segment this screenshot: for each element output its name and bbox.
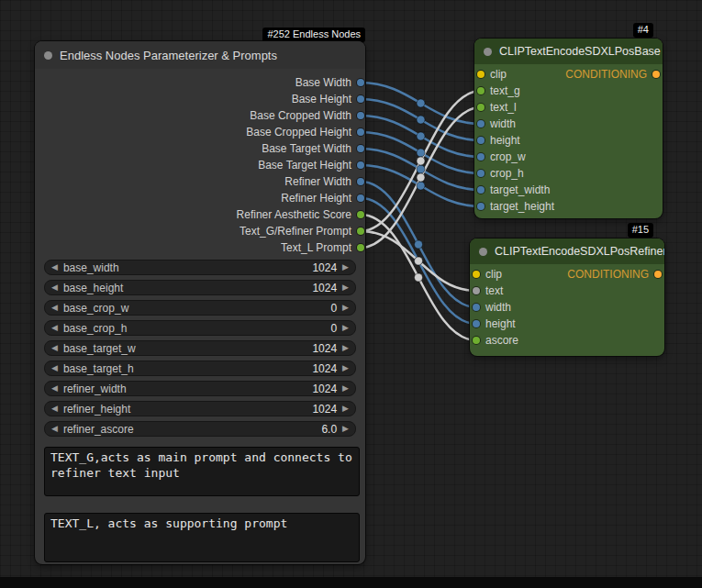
input-dot-number[interactable] [477,203,485,210]
widget-value[interactable]: 0 [330,322,337,335]
input-dot-float[interactable] [473,337,480,344]
widget-refiner-height[interactable]: ◀refiner_height1024▶ [44,401,356,416]
input-dot-number[interactable] [473,320,480,327]
increment-arrow-icon[interactable]: ▶ [342,344,349,352]
output-slot-base-cropped-width[interactable]: Base Cropped Width [250,107,364,124]
input-dot-clip[interactable] [473,271,480,278]
output-slot-base-target-width[interactable]: Base Target Width [262,140,364,157]
decrement-arrow-icon[interactable]: ◀ [51,405,58,413]
input-slot-text-l[interactable]: text_l [477,99,517,116]
decrement-arrow-icon[interactable]: ◀ [51,364,58,372]
widget-base-crop-h[interactable]: ◀base_crop_h0▶ [44,320,356,336]
output-slot-base-cropped-height[interactable]: Base Cropped Height [246,124,364,140]
increment-arrow-icon[interactable]: ▶ [342,384,349,393]
input-slot-width[interactable]: width [477,116,516,132]
link-midpoint-dot[interactable] [417,116,425,124]
link-midpoint-dot[interactable] [415,257,423,265]
input-slot-crop-w[interactable]: crop_w [477,149,526,165]
input-dot-number[interactable] [477,170,485,177]
link-midpoint-dot[interactable] [417,99,425,107]
link-midpoint-dot[interactable] [415,240,423,249]
input-slot-target-height[interactable]: target_height [477,198,554,215]
increment-arrow-icon[interactable]: ▶ [342,283,349,292]
output-slot-refiner-height[interactable]: Refiner Height [281,190,364,206]
widget-value[interactable]: 0 [330,302,337,315]
output-slot-text-g-refiner-prompt[interactable]: Text_G/Refiner Prompt [240,223,364,239]
widget-refiner-ascore[interactable]: ◀refiner_ascore6.0▶ [44,421,356,437]
output-slot-base-target-height[interactable]: Base Target Height [258,157,364,173]
collapse-dot-icon[interactable] [484,48,492,56]
output-slot-base-width[interactable]: Base Width [295,74,364,91]
widget-base-width[interactable]: ◀base_width1024▶ [44,260,356,275]
input-slot-height[interactable]: height [477,132,520,149]
widget-value[interactable]: 6.0 [321,423,337,436]
decrement-arrow-icon[interactable]: ◀ [51,344,58,352]
input-dot-text[interactable] [473,287,480,294]
widget-base-height[interactable]: ◀base_height1024▶ [44,280,356,295]
widget-refiner-width[interactable]: ◀refiner_width1024▶ [44,381,356,396]
input-dot-string[interactable] [477,87,485,94]
input-dot-number[interactable] [477,120,485,128]
widget-value[interactable]: 1024 [312,342,337,355]
widget-value[interactable]: 1024 [312,282,337,294]
input-slot-text[interactable]: text [473,283,503,299]
output-slot-refiner-aesthetic-score[interactable]: Refiner Aesthetic Score [237,206,364,223]
link-midpoint-dot[interactable] [417,149,425,157]
output-dot-number[interactable] [357,128,364,136]
link-midpoint-dot[interactable] [417,157,425,165]
output-dot-number[interactable] [357,95,364,103]
node-clip-text-encode-sdxl-pos-base[interactable]: CLIPTextEncodeSDXLPosBase CONDITIONING c… [474,39,663,218]
input-dot-string[interactable] [477,104,485,111]
input-slot-target-width[interactable]: target_width [477,182,550,198]
decrement-arrow-icon[interactable]: ◀ [51,263,58,272]
input-dot-number[interactable] [477,186,485,194]
widget-value[interactable]: 1024 [312,403,337,416]
output-slot-text-l-prompt[interactable]: Text_L Prompt [281,239,364,256]
output-slot-conditioning[interactable]: CONDITIONING [567,266,662,283]
input-slot-text-g[interactable]: text_g [477,83,520,99]
output-dot-string[interactable] [357,227,364,235]
increment-arrow-icon[interactable]: ▶ [342,304,349,312]
output-dot-number[interactable] [357,194,364,202]
input-slot-height[interactable]: height [473,316,516,332]
output-dot-number[interactable] [357,79,364,86]
node-editor-canvas[interactable]: #252 Endless Nodes #4 #15 Endless Nodes … [0,0,702,588]
input-dot-number[interactable] [477,153,485,161]
output-dot-number[interactable] [357,161,364,169]
collapse-dot-icon[interactable] [479,248,487,256]
text-g-prompt-textarea[interactable]: TEXT_G,acts as main prompt and connects … [44,447,360,496]
input-dot-number[interactable] [473,304,480,311]
decrement-arrow-icon[interactable]: ◀ [51,425,58,433]
widget-value[interactable]: 1024 [312,261,337,274]
decrement-arrow-icon[interactable]: ◀ [51,283,58,292]
widget-base-crop-w[interactable]: ◀base_crop_w0▶ [44,300,356,316]
widget-value[interactable]: 1024 [312,362,337,375]
output-slot-refiner-width[interactable]: Refiner Width [284,173,364,190]
collapse-dot-icon[interactable] [44,51,52,60]
output-dot-number[interactable] [357,112,364,119]
node-titlebar[interactable]: CLIPTextEncodeSDXLPosBase [474,39,663,64]
link-midpoint-dot[interactable] [417,173,425,182]
output-dot-conditioning[interactable] [652,71,660,78]
widget-base-target-h[interactable]: ◀base_target_h1024▶ [44,361,356,376]
input-slot-width[interactable]: width [473,299,511,316]
input-slot-clip[interactable]: clip [477,66,507,83]
link-midpoint-dot[interactable] [415,273,423,282]
link-midpoint-dot[interactable] [417,132,425,140]
input-slot-clip[interactable]: clip [473,266,502,283]
widget-value[interactable]: 1024 [312,383,337,395]
output-dot-float[interactable] [357,211,364,218]
node-titlebar[interactable]: Endless Nodes Parameterizer & Prompts [35,41,365,69]
input-dot-clip[interactable] [477,71,485,78]
input-slot-crop-h[interactable]: crop_h [477,165,524,182]
increment-arrow-icon[interactable]: ▶ [342,324,349,332]
link-midpoint-dot[interactable] [417,165,425,173]
increment-arrow-icon[interactable]: ▶ [342,263,349,272]
node-clip-text-encode-sdxl-pos-refiner[interactable]: CLIPTextEncodeSDXLPosRefiner CONDITIONIN… [470,239,664,356]
input-slot-ascore[interactable]: ascore [473,332,518,349]
decrement-arrow-icon[interactable]: ◀ [51,384,58,393]
output-dot-string[interactable] [357,244,364,251]
node-parameterizer[interactable]: Endless Nodes Parameterizer & Prompts Ba… [35,41,365,564]
output-dot-conditioning[interactable] [654,271,662,278]
decrement-arrow-icon[interactable]: ◀ [51,324,58,332]
